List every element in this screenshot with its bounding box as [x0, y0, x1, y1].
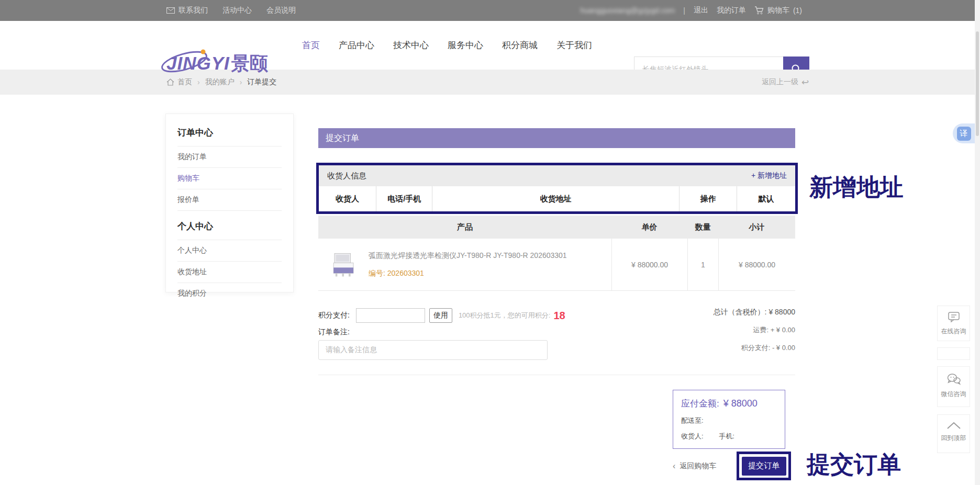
sidebar-section-personal-center: 个人中心: [177, 220, 282, 240]
product-name[interactable]: 弧面激光焊接透光率检测仪JY-T980-R JY-T980-R 20260330…: [369, 251, 567, 261]
product-subtotal: ¥ 88000.00: [718, 239, 795, 290]
receiver-phone-line: 收货人: 手机:: [681, 432, 777, 441]
envelope-icon: [166, 7, 175, 14]
sidebar-item-shipping-address[interactable]: 收货地址: [177, 262, 282, 283]
nav-products[interactable]: 产品中心: [339, 39, 374, 51]
wechat-chat-widget[interactable]: 微信咨询: [937, 366, 970, 407]
annotation-add-address-label: 新增地址: [809, 175, 904, 199]
cart-icon: [754, 6, 764, 15]
col-unit-price: 单价: [611, 216, 687, 239]
page-title: 提交订单: [318, 128, 795, 148]
online-chat-widget[interactable]: 在线咨询: [937, 306, 970, 341]
membership-info-link[interactable]: 会员说明: [266, 6, 296, 15]
cart-link[interactable]: 购物车 (1): [754, 6, 802, 15]
col-default: 默认: [737, 186, 795, 211]
contact-us-link[interactable]: 联系我们: [166, 6, 208, 15]
my-orders-link[interactable]: 我的订单: [717, 6, 746, 15]
shipping-fee-value: + ¥ 0.00: [771, 326, 795, 334]
use-points-button[interactable]: 使用: [429, 308, 452, 323]
nav-about[interactable]: 关于我们: [556, 39, 592, 51]
submit-order-annotation-box: 提交订单: [737, 452, 791, 480]
product-row: 弧面激光焊接透光率检测仪JY-T980-R JY-T980-R 20260330…: [318, 239, 795, 291]
add-new-address-link[interactable]: + 新增地址: [751, 171, 787, 181]
order-totals: 总计（含税价）: ¥ 88000 运费: + ¥ 0.00 积分支付: - ¥ …: [714, 308, 795, 353]
points-payment-label: 积分支付:: [318, 311, 350, 320]
breadcrumb-home[interactable]: 首页: [166, 77, 192, 87]
topbar-right: huangguoxiang@gzjygd.com | 退出 我的订单 购物车 (…: [580, 0, 802, 21]
points-hint: 100积分抵1元，您的可用积分:: [459, 311, 551, 320]
activity-center-link[interactable]: 活动中心: [222, 6, 252, 15]
product-table-header: 产品 单价 数量 小计: [318, 216, 795, 239]
nav-technology[interactable]: 技术中心: [393, 39, 429, 51]
section-divider: [318, 375, 795, 375]
scrollbar-thumb[interactable]: [976, 31, 979, 136]
sidebar-item-my-orders[interactable]: 我的订单: [177, 146, 282, 168]
points-payment-row: 积分支付: 使用 100积分抵1元，您的可用积分: 18: [318, 308, 565, 323]
logout-link[interactable]: 退出: [694, 6, 708, 15]
wechat-icon: [946, 373, 961, 386]
topbar-left: 联系我们 活动中心 会员说明: [166, 0, 296, 21]
sidebar-gap: [177, 211, 282, 220]
product-cell: 弧面激光焊接透光率检测仪JY-T980-R JY-T980-R 20260330…: [318, 239, 611, 290]
total-with-tax-value: ¥ 88000: [769, 308, 795, 316]
user-email: huangguoxiang@gzjygd.com: [580, 6, 675, 15]
sidebar-item-personal-center[interactable]: 个人中心: [177, 240, 282, 262]
back-to-top-label: 回到顶部: [938, 434, 970, 443]
product-image: [330, 251, 358, 279]
available-points-value: 18: [553, 310, 565, 322]
ship-to-line: 配送至:: [681, 416, 777, 425]
amount-due-value: ¥ 88000: [723, 398, 758, 409]
col-phone: 电话/手机: [376, 186, 432, 211]
page-scrollbar[interactable]: [975, 0, 980, 485]
phone-label: 手机:: [719, 432, 734, 440]
logo-text: JINGYI景颐: [166, 53, 268, 73]
col-product: 产品: [318, 216, 611, 239]
amount-due-line: 应付金额:¥ 88000: [681, 398, 777, 410]
points-deduction-line: 积分支付: - ¥ 0.00: [714, 343, 795, 353]
address-table-header: 收货人 电话/手机 收货地址 操作 默认: [319, 186, 795, 211]
nav-home[interactable]: 首页: [302, 39, 320, 51]
back-arrow-icon: ↩: [801, 77, 809, 88]
col-address: 收货地址: [432, 186, 679, 211]
points-deduction-value: - ¥ 0.00: [772, 344, 795, 352]
cart-count-badge: (1): [793, 6, 802, 15]
collapsed-widget[interactable]: [937, 347, 970, 360]
nav-points-mall[interactable]: 积分商城: [502, 39, 538, 51]
nav-service[interactable]: 服务中心: [448, 39, 483, 51]
product-table: 产品 单价 数量 小计 弧面激光焊接透光率检测仪JY-T980-R JY-T98…: [318, 216, 795, 291]
breadcrumb-account[interactable]: 我的账户: [205, 77, 235, 87]
main-nav: 首页 产品中心 技术中心 服务中心 积分商城 关于我们: [302, 21, 592, 70]
chat-bubble-icon: [948, 311, 960, 323]
translate-widget[interactable]: 译: [953, 123, 975, 143]
col-action: 操作: [680, 186, 737, 211]
receiver-info-header: 收货人信息 + 新增地址: [319, 165, 795, 186]
cart-label: 购物车: [767, 6, 789, 15]
breadcrumb-separator: ›: [240, 78, 242, 86]
account-sidebar: 订单中心 我的订单 购物车 报价单 个人中心 个人中心 收货地址 我的积分: [165, 114, 294, 292]
order-remark-label: 订单备注:: [318, 328, 350, 337]
contact-us-label: 联系我们: [179, 6, 208, 15]
col-receiver: 收货人: [319, 186, 376, 211]
chevron-left-icon: ‹: [673, 461, 675, 471]
submit-order-button[interactable]: 提交订单: [742, 457, 786, 476]
online-chat-label: 在线咨询: [938, 327, 970, 336]
product-info: 弧面激光焊接透光率检测仪JY-T980-R JY-T980-R 20260330…: [369, 251, 567, 278]
back-to-top-widget[interactable]: 回到顶部: [937, 414, 970, 453]
points-input[interactable]: [356, 308, 425, 323]
breadcrumb-current: 订单提交: [247, 77, 276, 87]
order-remark-input[interactable]: [318, 340, 548, 360]
sidebar-item-quotation[interactable]: 报价单: [177, 189, 282, 211]
product-quantity: 1: [687, 239, 718, 290]
order-submit-page: 联系我们 活动中心 会员说明 huangguoxiang@gzjygd.com …: [0, 0, 980, 485]
chevron-up-icon: [946, 421, 962, 430]
receiver-label: 收货人:: [681, 432, 704, 440]
back-to-cart-link[interactable]: ‹ 返回购物车: [673, 461, 716, 471]
product-unit-price: ¥ 88000.00: [611, 239, 687, 290]
receiver-info-title: 收货人信息: [327, 171, 366, 181]
col-subtotal: 小计: [718, 216, 795, 239]
payment-summary-box: 应付金额:¥ 88000 配送至: 收货人: 手机:: [673, 390, 785, 449]
sidebar-item-my-points[interactable]: 我的积分: [177, 283, 282, 304]
sidebar-item-cart[interactable]: 购物车: [177, 168, 282, 189]
back-to-previous-link[interactable]: 返回上一级 ↩: [762, 70, 809, 95]
home-icon: [166, 78, 174, 86]
